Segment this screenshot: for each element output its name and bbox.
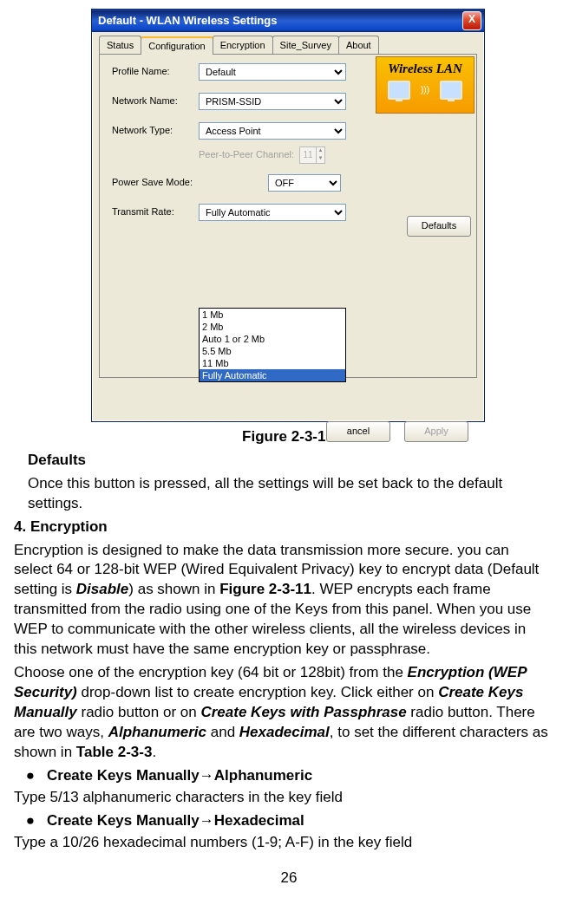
window-title: Default - WLAN Wireless Settings (95, 13, 462, 29)
list-item[interactable]: 2 Mb (200, 321, 345, 333)
network-select[interactable]: PRISM-SSID (199, 93, 346, 110)
psm-label: Power Save Mode: (112, 176, 268, 189)
bullet-2: Create Keys Manually→Hexadecimal (47, 811, 304, 831)
tab-status[interactable]: Status (99, 36, 141, 54)
close-icon[interactable]: X (462, 11, 481, 30)
bullet-2-text: Type a 10/26 hexadecimal numbers (1-9; A… (14, 833, 550, 853)
apply-button[interactable]: Apply (404, 421, 468, 442)
chevron-down-icon: ▼ (316, 155, 324, 163)
chevron-up-icon: ▲ (316, 147, 324, 155)
figure-caption: Figure 2-3-10 (9, 427, 567, 447)
wireless-lan-logo: Wireless LAN ))) (376, 56, 475, 114)
monitor-icon (440, 81, 462, 100)
encryption-paragraph-2: Choose one of the encryption key (64 bit… (14, 663, 550, 763)
list-item[interactable]: 1 Mb (200, 309, 345, 321)
tab-about[interactable]: About (338, 36, 379, 54)
encryption-paragraph-1: Encryption is designed to make the data … (14, 541, 550, 660)
ntype-label: Network Type: (112, 124, 199, 137)
signal-icon: ))) (421, 84, 429, 96)
defaults-heading: Defaults (28, 451, 550, 471)
cancel-button[interactable]: ancel (326, 421, 390, 442)
ptp-label: Peer-to-Peer Channel: (199, 148, 294, 161)
document-body: Defaults Once this button is pressed, al… (9, 451, 567, 888)
list-item[interactable]: 5.5 Mb (200, 345, 345, 357)
profile-select[interactable]: Default (199, 63, 346, 81)
list-item-selected[interactable]: Fully Automatic (200, 369, 345, 381)
profile-label: Profile Name: (112, 65, 199, 78)
ntype-select[interactable]: Access Point (199, 122, 346, 140)
titlebar[interactable]: Default - WLAN Wireless Settings X (92, 10, 484, 32)
tab-configuration[interactable]: Configuration (141, 36, 213, 55)
config-panel: Wireless LAN ))) Profile Name: Default N… (99, 54, 477, 378)
trate-label: Transmit Rate: (112, 205, 199, 218)
section-4-heading: 4. Encryption (14, 517, 550, 537)
tab-site-survey[interactable]: Site_Survey (272, 36, 339, 54)
bullet-1-text: Type 5/13 alphanumeric characters in the… (14, 788, 550, 808)
defaults-button[interactable]: Defaults (407, 216, 471, 237)
bullet-icon: ● (14, 766, 47, 786)
list-item[interactable]: Auto 1 or 2 Mb (200, 333, 345, 345)
list-item[interactable]: 11 Mb (200, 357, 345, 369)
tab-encryption[interactable]: Encryption (213, 36, 273, 54)
defaults-paragraph: Once this button is pressed, all the set… (28, 474, 550, 514)
tab-strip: Status Configuration Encryption Site_Sur… (99, 36, 477, 54)
monitor-icon (388, 81, 410, 100)
trate-select[interactable]: Fully Automatic (199, 204, 346, 221)
wlan-settings-dialog: Default - WLAN Wireless Settings X Statu… (91, 9, 485, 422)
page-number: 26 (28, 869, 550, 888)
psm-select[interactable]: OFF (268, 174, 341, 192)
bullet-1: Create Keys Manually→Alphanumeric (47, 766, 312, 786)
bullet-icon: ● (14, 811, 47, 831)
trate-dropdown-list[interactable]: 1 Mb 2 Mb Auto 1 or 2 Mb 5.5 Mb 11 Mb Fu… (199, 308, 346, 382)
ptp-channel-stepper: 11 ▲▼ (299, 146, 325, 164)
network-label: Network Name: (112, 94, 199, 107)
